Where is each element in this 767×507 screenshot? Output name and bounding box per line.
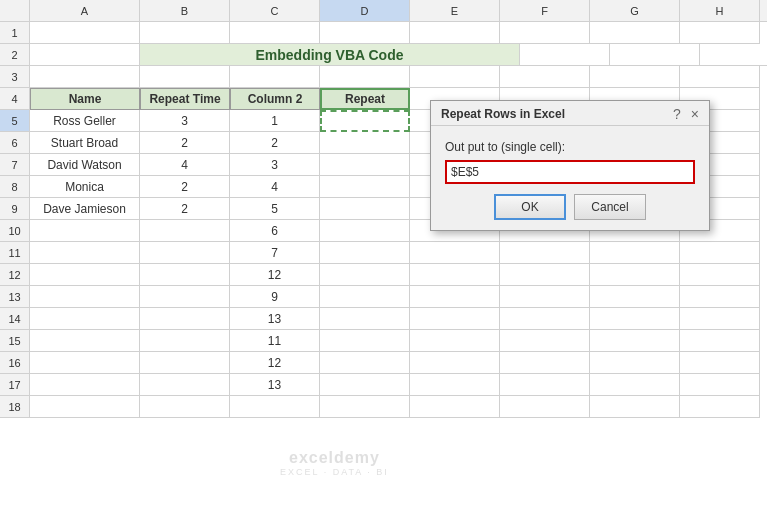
cell-h11[interactable] — [680, 242, 760, 264]
cell-h1[interactable] — [680, 22, 760, 44]
cell-h16[interactable] — [680, 352, 760, 374]
cell-d8[interactable] — [320, 176, 410, 198]
cell-a14[interactable] — [30, 308, 140, 330]
cell-b7[interactable]: 4 — [140, 154, 230, 176]
cell-c14[interactable]: 13 — [230, 308, 320, 330]
cell-a9[interactable]: Dave Jamieson — [30, 198, 140, 220]
cell-g17[interactable] — [590, 374, 680, 396]
cell-e3[interactable] — [410, 66, 500, 88]
cell-g18[interactable] — [590, 396, 680, 418]
cell-a6[interactable]: Stuart Broad — [30, 132, 140, 154]
cell-d11[interactable] — [320, 242, 410, 264]
cell-c9[interactable]: 5 — [230, 198, 320, 220]
dialog-help-button[interactable]: ? — [671, 107, 683, 121]
cell-d14[interactable] — [320, 308, 410, 330]
cell-e14[interactable] — [410, 308, 500, 330]
cell-c8[interactable]: 4 — [230, 176, 320, 198]
cell-c7[interactable]: 3 — [230, 154, 320, 176]
cell-g1[interactable] — [590, 22, 680, 44]
cell-b3[interactable] — [140, 66, 230, 88]
cell-f16[interactable] — [500, 352, 590, 374]
cell-c5[interactable]: 1 — [230, 110, 320, 132]
cell-f2[interactable] — [610, 44, 700, 66]
cell-f18[interactable] — [500, 396, 590, 418]
cell-c17[interactable]: 13 — [230, 374, 320, 396]
cell-c11[interactable]: 7 — [230, 242, 320, 264]
cell-a3[interactable] — [30, 66, 140, 88]
cell-d7[interactable] — [320, 154, 410, 176]
dialog-close-button[interactable]: × — [689, 107, 701, 121]
cell-a13[interactable] — [30, 286, 140, 308]
dialog-cancel-button[interactable]: Cancel — [574, 194, 646, 220]
cell-a5[interactable]: Ross Geller — [30, 110, 140, 132]
dialog-ok-button[interactable]: OK — [494, 194, 566, 220]
dialog-cell-input[interactable] — [445, 160, 695, 184]
cell-a15[interactable] — [30, 330, 140, 352]
cell-h13[interactable] — [680, 286, 760, 308]
cell-g2[interactable] — [700, 44, 767, 66]
cell-d1[interactable] — [320, 22, 410, 44]
cell-a1[interactable] — [30, 22, 140, 44]
cell-b14[interactable] — [140, 308, 230, 330]
cell-f1[interactable] — [500, 22, 590, 44]
cell-e13[interactable] — [410, 286, 500, 308]
cell-e12[interactable] — [410, 264, 500, 286]
cell-h3[interactable] — [680, 66, 760, 88]
cell-d17[interactable] — [320, 374, 410, 396]
cell-a18[interactable] — [30, 396, 140, 418]
cell-b5[interactable]: 3 — [140, 110, 230, 132]
cell-f3[interactable] — [500, 66, 590, 88]
cell-d12[interactable] — [320, 264, 410, 286]
cell-f13[interactable] — [500, 286, 590, 308]
cell-c10[interactable]: 6 — [230, 220, 320, 242]
cell-e11[interactable] — [410, 242, 500, 264]
cell-a8[interactable]: Monica — [30, 176, 140, 198]
cell-f17[interactable] — [500, 374, 590, 396]
cell-b13[interactable] — [140, 286, 230, 308]
cell-a12[interactable] — [30, 264, 140, 286]
cell-h12[interactable] — [680, 264, 760, 286]
cell-f12[interactable] — [500, 264, 590, 286]
cell-f15[interactable] — [500, 330, 590, 352]
cell-c12[interactable]: 12 — [230, 264, 320, 286]
cell-h14[interactable] — [680, 308, 760, 330]
cell-c1[interactable] — [230, 22, 320, 44]
cell-d6[interactable] — [320, 132, 410, 154]
cell-a7[interactable]: David Watson — [30, 154, 140, 176]
cell-d16[interactable] — [320, 352, 410, 374]
cell-b6[interactable]: 2 — [140, 132, 230, 154]
cell-g15[interactable] — [590, 330, 680, 352]
cell-b16[interactable] — [140, 352, 230, 374]
cell-b17[interactable] — [140, 374, 230, 396]
cell-a2[interactable] — [30, 44, 140, 66]
cell-g14[interactable] — [590, 308, 680, 330]
cell-b15[interactable] — [140, 330, 230, 352]
cell-c16[interactable]: 12 — [230, 352, 320, 374]
cell-h17[interactable] — [680, 374, 760, 396]
cell-c6[interactable]: 2 — [230, 132, 320, 154]
cell-a11[interactable] — [30, 242, 140, 264]
cell-e18[interactable] — [410, 396, 500, 418]
cell-a10[interactable] — [30, 220, 140, 242]
cell-b1[interactable] — [140, 22, 230, 44]
cell-b11[interactable] — [140, 242, 230, 264]
cell-g16[interactable] — [590, 352, 680, 374]
cell-a16[interactable] — [30, 352, 140, 374]
cell-g12[interactable] — [590, 264, 680, 286]
cell-f11[interactable] — [500, 242, 590, 264]
cell-c15[interactable]: 11 — [230, 330, 320, 352]
cell-c18[interactable] — [230, 396, 320, 418]
cell-b8[interactable]: 2 — [140, 176, 230, 198]
cell-d15[interactable] — [320, 330, 410, 352]
cell-c3[interactable] — [230, 66, 320, 88]
cell-e17[interactable] — [410, 374, 500, 396]
cell-b12[interactable] — [140, 264, 230, 286]
cell-b18[interactable] — [140, 396, 230, 418]
cell-d9[interactable] — [320, 198, 410, 220]
cell-g3[interactable] — [590, 66, 680, 88]
cell-d13[interactable] — [320, 286, 410, 308]
cell-f14[interactable] — [500, 308, 590, 330]
cell-c13[interactable]: 9 — [230, 286, 320, 308]
cell-g13[interactable] — [590, 286, 680, 308]
cell-h18[interactable] — [680, 396, 760, 418]
